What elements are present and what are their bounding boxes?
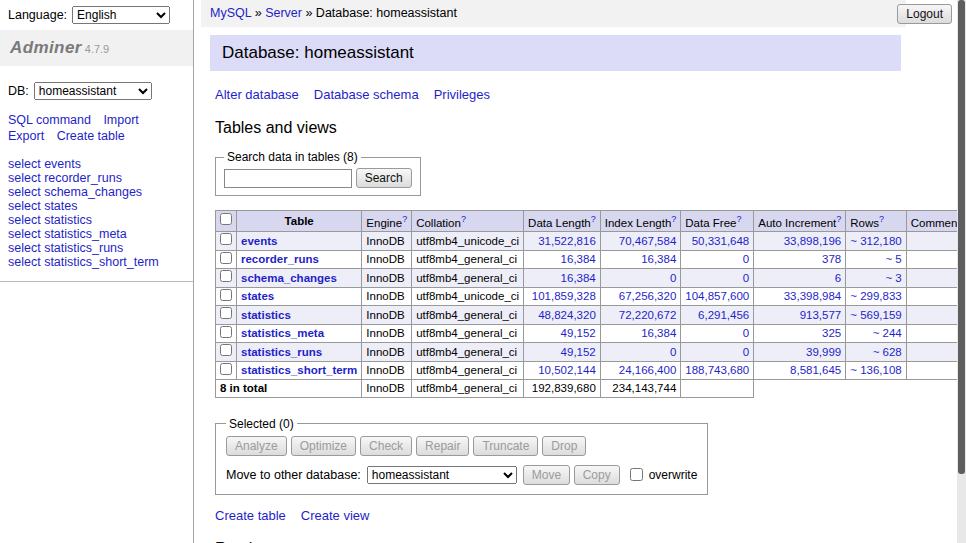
index-length-link[interactable]: 67,256,320 [619,290,677,302]
sidebar-table-link[interactable]: select recorder_runs [8,171,122,185]
data-free-link[interactable]: 0 [743,327,749,339]
data-length-link[interactable]: 10,502,144 [538,364,596,376]
data-length-link[interactable]: 16,384 [561,272,596,284]
select-all-checkbox[interactable] [220,213,232,225]
table-name-link[interactable]: states [241,290,274,302]
index-length-link[interactable]: 16,384 [641,253,676,265]
rows-link[interactable]: ~ 312,180 [850,235,901,247]
sidebar-action-link[interactable]: SQL command [8,113,91,127]
index-length-link[interactable]: 0 [670,272,676,284]
sidebar-table-link[interactable]: select schema_changes [8,185,142,199]
rows-link[interactable]: ~ 5 [885,253,901,265]
data-length-link[interactable]: 49,152 [561,346,596,358]
row-checkbox[interactable] [220,289,232,301]
search-button[interactable]: Search [356,168,412,188]
data-length-link[interactable]: 31,522,816 [538,235,596,247]
table-name-link[interactable]: statistics_runs [241,346,322,358]
row-checkbox[interactable] [220,270,232,282]
index-length-link[interactable]: 70,467,584 [619,235,677,247]
logout-button[interactable]: Logout [897,4,952,24]
data-length-link[interactable]: 16,384 [561,253,596,265]
sidebar-action-link[interactable]: Export [8,129,44,143]
auto-increment-link[interactable]: 8,581,645 [790,364,841,376]
column-hint-link[interactable]: ? [879,214,884,224]
row-checkbox[interactable] [220,307,232,319]
table-name-link[interactable]: events [241,235,277,247]
index-length-link[interactable]: 16,384 [641,327,676,339]
search-input[interactable] [224,169,352,188]
create-link[interactable]: Create view [301,508,370,523]
sidebar-table-link[interactable]: select events [8,157,81,171]
auto-increment-link[interactable]: 913,577 [800,309,842,321]
move-db-select[interactable]: homeassistant [367,466,517,484]
selected-action-button[interactable]: Repair [416,436,469,456]
data-free-link[interactable]: 6,291,456 [698,309,749,321]
create-link[interactable]: Create table [215,508,286,523]
data-length-link[interactable]: 48,824,320 [538,309,596,321]
column-hint-link[interactable]: ? [591,214,596,224]
scrollbar[interactable] [957,0,966,543]
rows-link[interactable]: ~ 628 [873,346,902,358]
table-name-link[interactable]: statistics [241,309,291,321]
row-checkbox[interactable] [220,252,232,264]
sidebar-action-link[interactable]: Create table [57,129,125,143]
sidebar-action-link[interactable]: Import [103,113,138,127]
auto-increment-link[interactable]: 39,999 [806,346,841,358]
scrollbar-thumb[interactable] [958,0,965,474]
column-hint-link[interactable]: ? [461,214,466,224]
sidebar-table-link[interactable]: select states [8,199,77,213]
table-name-link[interactable]: statistics_short_term [241,364,357,376]
language-select[interactable]: English [72,6,170,24]
data-free-link[interactable]: 0 [743,346,749,358]
column-hint-link[interactable]: ? [671,214,676,224]
index-length-link[interactable]: 0 [670,346,676,358]
row-checkbox[interactable] [220,363,232,375]
data-length-link[interactable]: 49,152 [561,327,596,339]
sidebar-table-link[interactable]: select statistics_runs [8,241,123,255]
selected-action-button[interactable]: Drop [542,436,586,456]
sidebar-table-link[interactable]: select statistics_meta [8,227,127,241]
rows-link[interactable]: ~ 569,159 [850,309,901,321]
sidebar-table-link[interactable]: select statistics [8,213,92,227]
row-checkbox[interactable] [220,326,232,338]
data-free-link[interactable]: 0 [743,253,749,265]
auto-increment-link[interactable]: 6 [835,272,841,284]
data-length-link[interactable]: 101,859,328 [532,290,596,302]
selected-action-button[interactable]: Optimize [291,436,356,456]
row-checkbox[interactable] [220,233,232,245]
table-name-link[interactable]: schema_changes [241,272,337,284]
data-free-link[interactable]: 188,743,680 [685,364,749,376]
row-checkbox[interactable] [220,344,232,356]
column-hint-link[interactable]: ? [402,214,407,224]
table-name-link[interactable]: recorder_runs [241,253,319,265]
auto-increment-link[interactable]: 325 [822,327,841,339]
auto-increment-link[interactable]: 378 [822,253,841,265]
sidebar-table-link[interactable]: select statistics_short_term [8,255,159,269]
column-hint-link[interactable]: ? [736,214,741,224]
data-free-link[interactable]: 50,331,648 [692,235,750,247]
db-action-link[interactable]: Privileges [434,87,490,102]
auto-increment-link[interactable]: 33,898,196 [784,235,842,247]
move-action-button[interactable]: Copy [574,465,620,485]
index-length-link[interactable]: 24,166,400 [619,364,677,376]
breadcrumb-link[interactable]: MySQL [210,6,251,20]
db-action-link[interactable]: Alter database [215,87,299,102]
rows-link[interactable]: ~ 299,833 [850,290,901,302]
breadcrumb-link[interactable]: Server [265,6,302,20]
index-length-link[interactable]: 72,220,672 [619,309,677,321]
table-name-link[interactable]: statistics_meta [241,327,324,339]
selected-action-button[interactable]: Analyze [226,436,287,456]
auto-increment-link[interactable]: 33,398,984 [784,290,842,302]
rows-link[interactable]: ~ 136,108 [850,364,901,376]
selected-action-button[interactable]: Check [360,436,412,456]
db-select[interactable]: homeassistant [34,82,152,100]
overwrite-checkbox[interactable] [630,468,643,481]
rows-link[interactable]: ~ 3 [885,272,901,284]
column-hint-link[interactable]: ? [836,214,841,224]
selected-action-button[interactable]: Truncate [473,436,538,456]
db-action-link[interactable]: Database schema [314,87,419,102]
rows-link[interactable]: ~ 244 [873,327,902,339]
data-free-link[interactable]: 104,857,600 [685,290,749,302]
data-free-link[interactable]: 0 [743,272,749,284]
move-action-button[interactable]: Move [523,465,570,485]
